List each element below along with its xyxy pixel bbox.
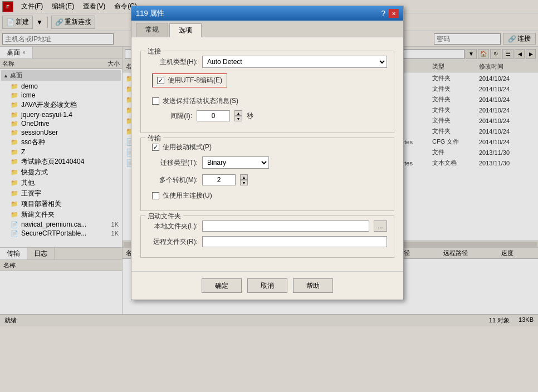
startup-section: 启动文件夹 本地文件夹(L): ... 远程文件夹(R): [140,215,394,258]
connection-section-label: 连接 [145,47,163,56]
keepalive-label: 发送保持活动状态消息(S) [163,96,238,106]
interval-unit: 秒 [247,111,253,121]
local-folder-label: 本地文件夹(L): [148,222,198,231]
transfer-type-row: 迁移类型(T): Binary ASCII Auto [148,156,387,169]
keepalive-row: 发送保持活动状态消息(S) [148,96,387,106]
dialog-close-button[interactable]: ✕ [389,9,399,18]
spin-down-button[interactable]: ▼ [234,116,242,121]
multi-spin-up[interactable]: ▲ [240,174,248,180]
passive-row: 使用被动模式(P) [148,143,387,152]
local-folder-input[interactable] [202,220,369,232]
interval-input[interactable] [197,110,230,121]
properties-dialog: 119 属性 ? ✕ 常规 选项 连接 主机类型(H): [131,6,404,300]
utf8-checkbox[interactable] [157,77,164,84]
utf8-label: 使用UTF-8编码(E) [168,76,222,85]
remote-folder-row: 远程文件夹(R): [148,236,387,247]
passive-label: 使用被动模式(P) [163,143,212,152]
dialog-tabs: 常规 选项 [131,21,403,37]
startup-section-label: 启动文件夹 [145,212,183,221]
multi-label: 多个转机(M): [148,175,198,185]
passive-checkbox[interactable] [152,144,159,151]
interval-label: 间隔(I): [152,111,192,121]
main-conn-label: 仅使用主连接(U) [163,191,212,200]
multi-row: 多个转机(M): ▲ ▼ [148,174,387,185]
interval-row: 间隔(I): ▲ ▼ 秒 [148,110,387,121]
remote-folder-input[interactable] [202,236,387,247]
transfer-section: 传输 使用被动模式(P) 迁移类型(T): Binary ASCII Auto [140,138,394,211]
ok-button[interactable]: 确定 [202,278,242,293]
dialog-footer: 确定 取消 帮助 [131,271,403,300]
keepalive-checkbox[interactable] [152,97,159,105]
multi-spinner: ▲ ▼ [240,174,248,185]
dialog-title-bar: 119 属性 ? ✕ [131,6,403,21]
transfer-section-label: 传输 [145,134,163,143]
host-type-row: 主机类型(H): Auto Detect Unix Windows VMS [148,56,387,68]
dialog-title-text: 119 属性 [136,8,164,18]
connection-section: 连接 主机类型(H): Auto Detect Unix Windows VMS [140,51,394,133]
utf8-row: 使用UTF-8编码(E) [148,74,387,92]
dialog-title-buttons: ? ✕ [381,9,399,18]
remote-folder-label: 远程文件夹(R): [148,237,198,247]
dialog-tab-options[interactable]: 选项 [169,23,202,37]
app-window: F 文件(F) 编辑(E) 查看(V) 命令(C) 📄 新建 ▼ 🔗 重新连接 … [0,0,538,392]
help-button[interactable]: 帮助 [293,278,333,293]
dialog-body: 连接 主机类型(H): Auto Detect Unix Windows VMS [131,37,403,271]
dialog-tab-general[interactable]: 常规 [136,23,168,37]
multi-input[interactable] [202,174,236,185]
local-browse-button[interactable]: ... [374,220,387,232]
host-type-label: 主机类型(H): [148,57,198,67]
host-type-select[interactable]: Auto Detect Unix Windows VMS [202,56,387,68]
transfer-type-label: 迁移类型(T): [148,158,198,168]
transfer-type-select[interactable]: Binary ASCII Auto [202,156,269,169]
cancel-button[interactable]: 取消 [247,278,287,293]
main-conn-checkbox[interactable] [152,192,159,199]
dialog-help-icon[interactable]: ? [381,9,385,18]
interval-spinner: ▲ ▼ [234,110,242,121]
multi-spin-down[interactable]: ▼ [240,180,248,185]
local-folder-row: 本地文件夹(L): ... [148,220,387,232]
main-conn-row: 仅使用主连接(U) [148,191,387,200]
utf8-checkbox-row: 使用UTF-8编码(E) [152,74,227,87]
spin-up-button[interactable]: ▲ [234,110,242,116]
modal-overlay: 119 属性 ? ✕ 常规 选项 连接 主机类型(H): [0,0,538,392]
